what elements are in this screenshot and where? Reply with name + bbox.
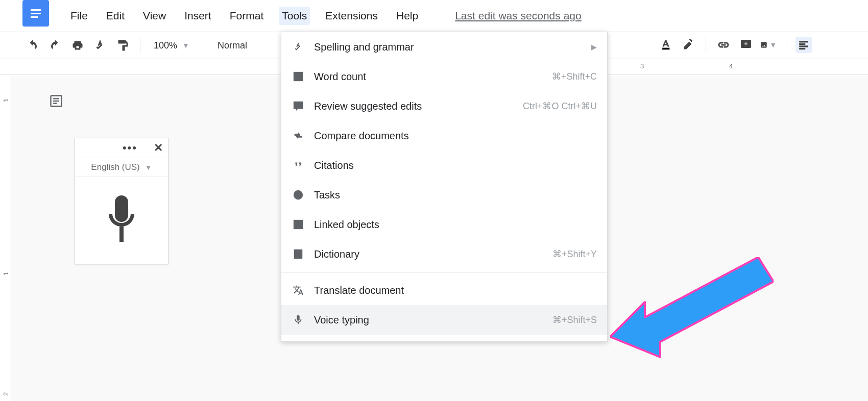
menu-tools[interactable]: Tools bbox=[279, 7, 310, 25]
toolbar-separator bbox=[786, 37, 786, 53]
svg-rect-6 bbox=[800, 43, 805, 44]
menu-item-label: Tasks bbox=[314, 189, 597, 201]
menu-file[interactable]: File bbox=[67, 7, 91, 25]
ruler-mark: 2 bbox=[2, 392, 10, 396]
menu-item-shortcut: ⌘+Shift+S bbox=[552, 314, 597, 325]
document-outline-button[interactable] bbox=[46, 91, 66, 111]
menu-item-shortcut: ⌘+Shift+C bbox=[552, 71, 597, 82]
citations-icon bbox=[292, 159, 305, 172]
mic-icon bbox=[292, 313, 305, 327]
svg-rect-2 bbox=[31, 16, 38, 18]
svg-rect-14 bbox=[119, 227, 124, 242]
menu-separator bbox=[281, 272, 607, 272]
insert-link-button[interactable] bbox=[715, 37, 732, 53]
svg-rect-5 bbox=[800, 41, 808, 42]
menu-spelling-grammar[interactable]: Spelling and grammar ▶ bbox=[281, 32, 607, 62]
close-icon[interactable]: ✕ bbox=[154, 141, 163, 155]
menu-review-suggested[interactable]: Review suggested edits Ctrl+⌘O Ctrl+⌘U bbox=[281, 91, 607, 121]
docs-logo[interactable] bbox=[22, 0, 49, 27]
svg-rect-8 bbox=[800, 48, 805, 49]
spellcheck-icon bbox=[292, 40, 305, 54]
menu-word-count[interactable]: Word count ⌘+Shift+C bbox=[281, 62, 607, 91]
menu-tasks[interactable]: Tasks bbox=[281, 180, 607, 210]
zoom-select[interactable]: 100% ▼ bbox=[150, 40, 194, 51]
svg-rect-7 bbox=[800, 46, 808, 47]
menu-item-label: Citations bbox=[314, 160, 597, 171]
menu-linked-objects[interactable]: Linked objects bbox=[281, 210, 607, 239]
ruler-mark: 1 bbox=[2, 272, 10, 275]
voice-typing-widget[interactable]: ••• ✕ English (US) ▼ bbox=[75, 138, 168, 264]
menu-translate-document[interactable]: Translate document bbox=[281, 275, 607, 305]
menu-dictionary[interactable]: Dictionary ⌘+Shift+Y bbox=[281, 239, 607, 269]
add-comment-button[interactable] bbox=[738, 37, 754, 53]
svg-rect-1 bbox=[31, 13, 41, 14]
zoom-value: 100% bbox=[154, 40, 177, 51]
text-style-select[interactable]: Normal bbox=[212, 40, 252, 51]
menu-item-shortcut: ⌘+Shift+Y bbox=[552, 248, 597, 260]
chevron-down-icon: ▼ bbox=[769, 41, 777, 49]
menu-item-label: Compare documents bbox=[314, 130, 597, 142]
toolbar-separator bbox=[203, 38, 203, 53]
menu-item-label: Word count bbox=[314, 71, 543, 83]
menu-item-label: Spelling and grammar bbox=[314, 41, 582, 53]
voice-language-select[interactable]: English (US) ▼ bbox=[75, 158, 168, 177]
align-left-button[interactable] bbox=[795, 37, 812, 53]
last-edit-status[interactable]: Last edit was seconds ago bbox=[455, 10, 582, 22]
menu-edit[interactable]: Edit bbox=[103, 7, 128, 25]
print-button[interactable] bbox=[69, 37, 86, 54]
ruler-mark: 1 bbox=[2, 98, 10, 102]
chevron-down-icon: ▼ bbox=[145, 163, 152, 171]
menu-view[interactable]: View bbox=[140, 7, 169, 25]
menu-item-shortcut: Ctrl+⌘O Ctrl+⌘U bbox=[523, 101, 597, 112]
voice-language-label: English (US) bbox=[91, 162, 139, 172]
vertical-ruler: 1 1 2 bbox=[0, 77, 11, 401]
svg-rect-0 bbox=[31, 9, 41, 11]
svg-rect-13 bbox=[115, 195, 128, 222]
menu-citations[interactable]: Citations bbox=[281, 151, 607, 180]
menu-item-label: Linked objects bbox=[314, 219, 597, 231]
menu-compare-documents[interactable]: Compare documents bbox=[281, 121, 607, 151]
ruler-mark: 3 bbox=[640, 62, 644, 70]
undo-button[interactable] bbox=[25, 37, 41, 54]
menu-insert[interactable]: Insert bbox=[181, 7, 214, 25]
menu-voice-typing[interactable]: Voice typing ⌘+Shift+S bbox=[281, 305, 607, 335]
voice-mic-button[interactable] bbox=[75, 177, 168, 264]
toolbar-separator bbox=[706, 37, 706, 53]
compare-icon bbox=[292, 129, 305, 142]
menu-separator bbox=[281, 338, 607, 338]
linked-objects-icon bbox=[292, 218, 305, 231]
menubar: File Edit View Insert Format Tools Exten… bbox=[67, 7, 582, 25]
menu-extensions[interactable]: Extensions bbox=[322, 7, 381, 25]
dictionary-icon bbox=[292, 247, 305, 261]
menu-item-label: Dictionary bbox=[314, 248, 543, 260]
tools-dropdown: Spelling and grammar ▶ Word count ⌘+Shif… bbox=[281, 32, 608, 342]
more-icon[interactable]: ••• bbox=[123, 141, 137, 155]
insert-image-button[interactable]: ▼ bbox=[760, 37, 777, 53]
translate-icon bbox=[292, 284, 305, 297]
paint-format-button[interactable] bbox=[114, 37, 131, 54]
menu-item-label: Review suggested edits bbox=[314, 101, 514, 112]
menu-help[interactable]: Help bbox=[393, 7, 421, 25]
submenu-arrow-icon: ▶ bbox=[591, 43, 597, 51]
word-count-icon bbox=[292, 70, 305, 83]
ruler-mark: 4 bbox=[729, 62, 733, 70]
highlight-button[interactable] bbox=[680, 37, 696, 53]
review-icon bbox=[292, 99, 305, 113]
spellcheck-button[interactable] bbox=[92, 37, 108, 54]
tasks-icon bbox=[292, 188, 305, 202]
menu-item-label: Voice typing bbox=[314, 314, 543, 326]
menu-format[interactable]: Format bbox=[227, 7, 267, 25]
right-toolbar: ▼ bbox=[658, 37, 812, 53]
redo-button[interactable] bbox=[47, 37, 63, 54]
svg-rect-22 bbox=[295, 250, 302, 259]
chevron-down-icon: ▼ bbox=[182, 41, 189, 49]
text-color-button[interactable] bbox=[658, 37, 674, 53]
toolbar-separator bbox=[140, 38, 140, 53]
svg-rect-3 bbox=[662, 48, 669, 49]
menu-item-label: Translate document bbox=[314, 285, 597, 296]
